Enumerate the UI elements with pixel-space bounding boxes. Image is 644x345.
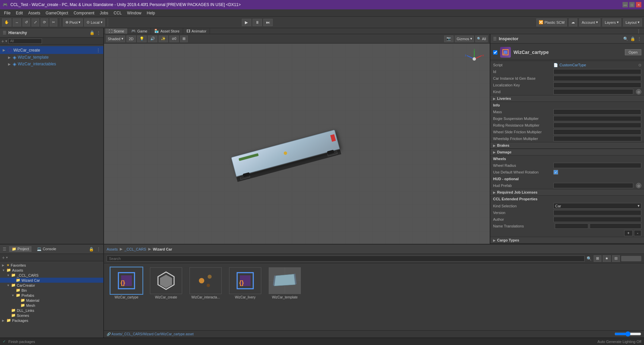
tool-scale[interactable]: ⤢ xyxy=(32,18,39,26)
hierarchy-dropdown-btn[interactable]: ▾ xyxy=(5,39,7,43)
grid-btn[interactable]: ⊞ xyxy=(180,36,188,42)
inspector-more-icon[interactable]: ⋮ xyxy=(637,37,641,41)
asset-view-btn[interactable]: ⊞ xyxy=(594,255,601,262)
close-btn[interactable]: ✕ xyxy=(636,2,641,7)
kind-input[interactable]: None (Train Car Kind) xyxy=(553,89,633,94)
asset-item-livery[interactable]: {} WizCar_livery xyxy=(227,267,264,299)
lighting-btn[interactable]: 💡 xyxy=(137,36,147,42)
inspector-lock-icon[interactable]: 🔒 xyxy=(630,37,635,41)
menu-gameobject[interactable]: GameObject xyxy=(43,10,71,16)
local-dropdown[interactable]: ⊙ Local ▾ xyxy=(84,18,105,26)
lockey-input[interactable]: ccl/car/WizCar xyxy=(553,82,641,88)
mass-input[interactable]: 25000 xyxy=(553,109,641,115)
minimize-btn[interactable]: — xyxy=(623,2,628,7)
project-dropdown-btn[interactable]: ▾ xyxy=(6,256,8,259)
hierarchy-item-wizcarcreate[interactable]: ▶ ⬡ WizCar_create ⋮ xyxy=(0,46,103,54)
prefabs-item[interactable]: ▼ 📁 Prefabs xyxy=(0,293,103,298)
pivot-dropdown[interactable]: ⊕ Pivot ▾ xyxy=(63,18,83,26)
kind-target-btn[interactable]: ⊙ xyxy=(636,89,641,94)
hierarchy-item-wizcartemplate[interactable]: ▶ ◈ WizCar_template xyxy=(0,54,103,61)
asset-search-input[interactable] xyxy=(107,256,585,262)
audio-btn[interactable]: 🔊 xyxy=(148,36,157,42)
script-name[interactable]: CustomCarType xyxy=(559,63,586,67)
asset-item-template[interactable]: WizCar_template xyxy=(266,267,303,299)
menu-component[interactable]: Component xyxy=(71,10,97,16)
tab-game[interactable]: 🎮 Game xyxy=(128,28,151,34)
dlllinks-item[interactable]: 📁 DLL_Links xyxy=(0,308,103,313)
author-input[interactable]: Katycat xyxy=(553,217,641,222)
bogie-input[interactable]: 1 xyxy=(553,116,641,121)
2d-toggle[interactable]: 2D xyxy=(126,36,136,42)
tool-transform[interactable]: ✂ xyxy=(50,18,57,26)
wheelslip-input[interactable]: 1 xyxy=(553,136,641,141)
plastic-scm-btn[interactable]: 🔀 Plastic SCM xyxy=(536,18,567,26)
tool-rotate[interactable]: ↺ xyxy=(22,18,30,26)
breadcrumb-cclcars[interactable]: _CCL_CARS xyxy=(124,247,146,251)
assets-root-item[interactable]: ▼ 📁 Assets xyxy=(0,268,103,273)
asset-slider-range[interactable] xyxy=(614,332,641,337)
mesh-item[interactable]: 📁 Mesh xyxy=(0,303,103,308)
tool-move[interactable]: ↔ xyxy=(13,18,21,26)
scenes-item[interactable]: 📁 Scenes xyxy=(0,313,103,318)
tab-console[interactable]: 💻 Console xyxy=(34,246,59,252)
asset-item-cartype[interactable]: {} WizCar_cartype xyxy=(108,267,145,299)
hierarchy-item-wizcarinteractables[interactable]: ▶ ◈ WizCar_interactables xyxy=(0,61,103,67)
account-dropdown[interactable]: Account ▾ xyxy=(579,18,600,26)
asset-item-create[interactable]: WizCar_create xyxy=(148,267,184,299)
breadcrumb-assets[interactable]: Assets xyxy=(107,247,118,251)
all-dropdown[interactable]: 🔍 All xyxy=(475,36,488,42)
inspector-open-btn[interactable]: Open xyxy=(625,49,641,55)
tab-assetstore[interactable]: 🏪 Asset Store xyxy=(151,28,183,34)
maximize-btn[interactable]: □ xyxy=(629,2,635,7)
hudprefab-input[interactable]: None (Game Object) xyxy=(553,183,633,188)
nametrans-add-btn[interactable]: + xyxy=(624,230,633,236)
project-lock-icon[interactable]: 🔒 xyxy=(89,247,94,252)
kindselection-dropdown[interactable]: Car ▾ xyxy=(553,203,641,209)
gizmos-dropdown[interactable]: Gizmos ▾ xyxy=(455,36,474,42)
pause-btn[interactable]: ⏸ xyxy=(253,19,262,26)
section-cargotypes[interactable]: ▶ Cargo Types xyxy=(490,237,644,244)
packages-item[interactable]: ▶ 📁 Packages xyxy=(0,318,103,323)
object-active-checkbox[interactable] xyxy=(493,50,497,55)
wizcarcreate-options[interactable]: ⋮ xyxy=(96,48,101,53)
layers-dropdown[interactable]: Layers ▾ xyxy=(602,18,621,26)
play-btn[interactable]: ▶ xyxy=(242,19,251,26)
panel-more-btn[interactable]: ⋮ xyxy=(635,29,643,33)
effects-btn[interactable]: ✨ xyxy=(159,36,168,42)
asset-slider[interactable] xyxy=(621,256,641,261)
viewport-canvas[interactable]: x y z < Persp xyxy=(104,44,490,244)
hierarchy-add-btn[interactable]: + xyxy=(1,39,4,44)
project-add-btn[interactable]: + xyxy=(2,255,5,260)
menu-help[interactable]: Help xyxy=(144,10,158,16)
carcreator-item[interactable]: ▼ 📁 CarCreator xyxy=(0,283,103,288)
asset-zoom-slider[interactable] xyxy=(614,332,641,336)
menu-assets[interactable]: Assets xyxy=(25,10,43,16)
carid-input[interactable]: WC- xyxy=(553,76,641,81)
nametrans-val-input[interactable]: Wizard Car xyxy=(590,223,641,229)
wizardcar-item[interactable]: 📁 Wizard Car xyxy=(0,278,103,283)
step-btn[interactable]: ⏭ xyxy=(263,19,273,26)
menu-ccl[interactable]: CCL xyxy=(111,10,124,16)
hierarchy-more-icon[interactable]: ⋮ xyxy=(97,30,101,35)
tab-project[interactable]: 📁 Project xyxy=(9,246,32,252)
section-brakes[interactable]: ▶ Brakes xyxy=(490,142,644,149)
section-liveries[interactable]: ▶ Liveries xyxy=(490,95,644,102)
version-input[interactable]: 1.0.0 xyxy=(553,210,641,215)
nametrans-lang-input[interactable]: English xyxy=(555,223,588,229)
hierarchy-lock-icon[interactable]: 🔒 xyxy=(90,30,95,35)
camera-align-btn[interactable]: 📷 xyxy=(444,36,453,42)
project-more-icon[interactable]: ⋮ xyxy=(97,247,101,252)
cclcars-item[interactable]: ▼ 📁 _CCL_CARS xyxy=(0,273,103,278)
material-item[interactable]: 📁 Material xyxy=(0,298,103,303)
favorites-item[interactable]: ▶ ★ Favorites xyxy=(0,263,103,268)
menu-window[interactable]: Window xyxy=(124,10,144,16)
bin-item[interactable]: 📁 Bin xyxy=(0,288,103,293)
script-target-icon[interactable]: ⊙ xyxy=(638,63,641,67)
menu-jobs[interactable]: Jobs xyxy=(97,10,111,16)
wheelradius-input[interactable]: 0.459 xyxy=(553,163,641,168)
nametrans-remove-btn[interactable]: - xyxy=(634,230,641,236)
shading-dropdown[interactable]: Shaded ▾ xyxy=(106,36,125,42)
section-joblicenses[interactable]: ▶ Required Job Licenses xyxy=(490,189,644,196)
cloud-btn[interactable]: ☁ xyxy=(569,18,577,26)
layout-dropdown[interactable]: Layout ▾ xyxy=(623,18,642,26)
